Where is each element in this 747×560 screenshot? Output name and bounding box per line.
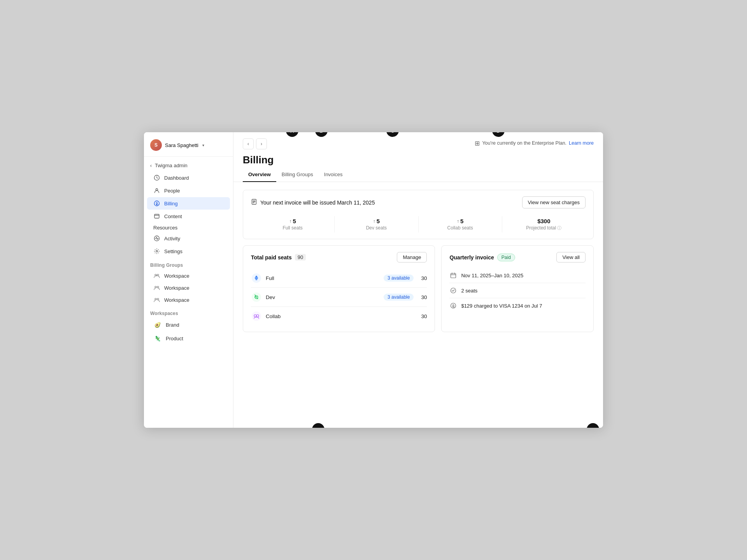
nav-forward-button[interactable]: ›: [256, 138, 267, 149]
stat-collab-value: ↑ 5: [419, 218, 502, 224]
sidebar-item-dashboard[interactable]: Dashboard: [147, 172, 230, 184]
svg-point-10: [155, 298, 156, 300]
sidebar-item-content[interactable]: Content: [147, 210, 230, 222]
invoice-card-title: Quarterly invoice: [449, 254, 494, 261]
seats-text: 2 seats: [461, 288, 477, 294]
workspace-brand[interactable]: 🥑 Brand: [147, 318, 230, 331]
manage-button[interactable]: Manage: [397, 252, 427, 262]
user-profile[interactable]: S Sara Spaghetti ▾: [144, 132, 233, 157]
svg-point-7: [157, 274, 159, 276]
brand-icon: 🥑: [153, 320, 162, 329]
billing-icon: [153, 200, 160, 207]
enterprise-notice: ⊞ You're currently on the Enterprise Pla…: [475, 135, 603, 147]
seat-row-dev: Dev 3 available 30: [251, 288, 427, 307]
invoice-banner-title: Your next invoice will be issued March 1…: [251, 199, 375, 206]
content-area: Your next invoice will be issued March 1…: [233, 182, 603, 340]
date-range-text: Nov 11, 2025–Jan 10, 2025: [461, 273, 523, 278]
sidebar-nav: ‹ Twigma admin Dashboard: [144, 157, 233, 348]
collab-seat-count: 30: [417, 313, 427, 319]
stat-dev-label: Dev seats: [335, 225, 418, 231]
cards-row: Total paid seats 90 Manage: [243, 245, 594, 332]
arrow-up-icon-3: ↑: [457, 219, 459, 224]
stat-collab-label: Collab seats: [419, 225, 502, 231]
sidebar-item-billing[interactable]: Billing: [147, 197, 230, 210]
activity-label: Activity: [164, 236, 180, 242]
people-label: People: [164, 188, 180, 194]
dashboard-label: Dashboard: [164, 175, 189, 181]
stat-dev-seats: ↑ 5 Dev seats: [335, 216, 418, 233]
main-content: ‹ › ⊞ You're currently on the Enterprise…: [233, 132, 603, 428]
dev-seat-label: Dev: [266, 294, 380, 300]
tabs-bar: Overview Billing Groups Invoices: [233, 168, 603, 182]
full-available-badge: 3 available: [384, 275, 414, 282]
stats-row: ↑ 5 Full seats ↑ 5 Dev seats: [251, 216, 586, 233]
seats-card: Total paid seats 90 Manage: [243, 245, 435, 332]
info-icon[interactable]: ⓘ: [557, 226, 561, 230]
workspace-product[interactable]: 🦎 Product: [147, 332, 230, 345]
stat-projected-value: $300: [502, 218, 586, 224]
full-seat-count: 30: [417, 275, 427, 281]
nav-back-button[interactable]: ‹: [243, 138, 254, 149]
billing-group-workspace-3[interactable]: Workspace: [147, 294, 230, 306]
collab-seat-icon: [251, 311, 262, 322]
arrow-up-icon-1: ↑: [289, 219, 291, 224]
content-label: Content: [164, 214, 182, 219]
dev-seat-count: 30: [417, 294, 427, 300]
stat-full-value: ↑ 5: [251, 218, 334, 224]
activity-icon: [153, 235, 160, 242]
invoice-card-title-row: Quarterly invoice Paid: [449, 254, 515, 261]
billing-group-1-label: Workspace: [164, 273, 189, 279]
invoice-banner: Your next invoice will be issued March 1…: [243, 190, 594, 239]
view-all-button[interactable]: View all: [556, 252, 586, 262]
svg-point-11: [157, 298, 159, 300]
sidebar-item-back[interactable]: ‹ Twigma admin: [144, 160, 233, 171]
svg-point-6: [155, 274, 156, 276]
person-icon: [153, 187, 160, 194]
tab-invoices[interactable]: Invoices: [319, 168, 348, 182]
app-window: A B C D E F S Sara Spaghetti ▾ ‹ Twigma …: [144, 132, 603, 428]
tab-billing-groups[interactable]: Billing Groups: [276, 168, 319, 182]
chevron-down-icon: ▾: [202, 143, 204, 147]
invoice-detail-seats: 2 seats: [449, 283, 586, 298]
seats-card-title: Total paid seats 90: [251, 254, 306, 261]
chevron-left-icon: ‹: [150, 163, 152, 168]
invoice-detail-date: Nov 11, 2025–Jan 10, 2025: [449, 268, 586, 283]
dev-available-badge: 3 available: [384, 294, 414, 301]
username: Sara Spaghetti: [165, 142, 198, 148]
arrow-up-icon-2: ↑: [373, 219, 375, 224]
billing-group-workspace-2[interactable]: Workspace: [147, 282, 230, 294]
stat-collab-seats: ↑ 5 Collab seats: [419, 216, 502, 233]
gear-icon: [153, 248, 160, 255]
collab-seat-label: Collab: [266, 313, 414, 319]
sidebar-item-people[interactable]: People: [147, 184, 230, 197]
stat-dev-value: ↑ 5: [335, 218, 418, 224]
seat-row-full: Full 3 available 30: [251, 269, 427, 288]
tab-overview[interactable]: Overview: [243, 168, 276, 182]
top-bar: ‹ › ⊞ You're currently on the Enterprise…: [233, 132, 603, 149]
seat-row-collab: Collab 30: [251, 307, 427, 326]
invoice-detail-charge: $129 charged to VISA 1234 on Jul 7: [449, 298, 586, 313]
svg-point-8: [155, 286, 156, 288]
learn-more-link[interactable]: Learn more: [569, 140, 594, 146]
sidebar-item-settings[interactable]: Settings: [147, 245, 230, 257]
box-icon: [153, 213, 160, 220]
billing-groups-section: Billing Groups: [144, 258, 233, 270]
invoice-doc-icon: [251, 199, 257, 206]
dollar-icon: [449, 302, 457, 310]
full-seat-label: Full: [266, 275, 380, 281]
view-seat-charges-button[interactable]: View new seat charges: [522, 196, 586, 208]
invoice-card-header: Quarterly invoice Paid View all: [449, 252, 586, 262]
dev-seat-icon: [251, 292, 262, 303]
product-label: Product: [166, 336, 183, 341]
billing-group-workspace-1[interactable]: Workspace: [147, 270, 230, 282]
sidebar-item-activity[interactable]: Activity: [147, 232, 230, 245]
avatar: S: [150, 139, 162, 151]
invoice-title-text: Your next invoice will be issued March 1…: [260, 200, 375, 206]
svg-rect-3: [154, 214, 159, 218]
svg-point-14: [256, 276, 257, 277]
full-seat-icon: [251, 273, 262, 284]
sidebar: S Sara Spaghetti ▾ ‹ Twigma admin Dashbo…: [144, 132, 233, 428]
billing-group-2-label: Workspace: [164, 285, 189, 291]
calendar-icon: [449, 271, 457, 279]
clock-icon: [153, 174, 160, 181]
